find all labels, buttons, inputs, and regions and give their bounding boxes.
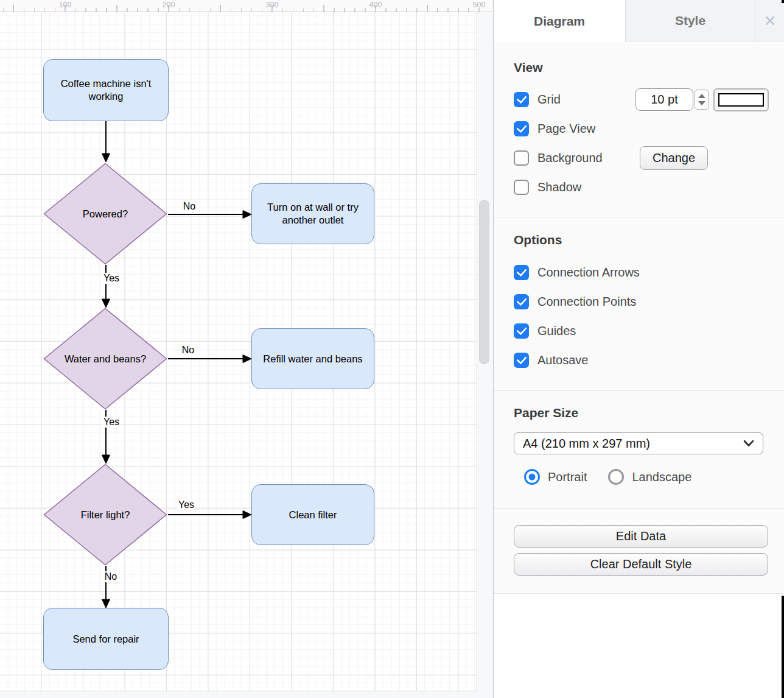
guides-checkbox[interactable] bbox=[514, 323, 529, 339]
node-start[interactable]: Coffee machine isn't working bbox=[43, 59, 169, 121]
close-panel-button[interactable]: ✕ bbox=[755, 0, 784, 41]
autosave-label: Autosave bbox=[537, 353, 588, 367]
shadow-label: Shadow bbox=[537, 180, 581, 194]
clear-default-style-button[interactable]: Clear Default Style bbox=[514, 553, 768, 576]
tab-label: Diagram bbox=[534, 14, 585, 29]
connection-arrows-checkbox[interactable] bbox=[514, 265, 529, 280]
paper-size-heading: Paper Size bbox=[514, 406, 578, 420]
connection-points-label: Connection Points bbox=[537, 295, 636, 309]
autosave-row[interactable]: Autosave bbox=[514, 352, 588, 368]
node-label: Clean filter bbox=[289, 509, 337, 521]
stepper-up-icon[interactable] bbox=[698, 94, 705, 98]
background-label: Background bbox=[537, 151, 603, 165]
grid-size-stepper[interactable] bbox=[695, 90, 709, 110]
diagram-canvas[interactable]: 100 200 300 400 500 bbox=[0, 0, 493, 698]
page-view-checkbox[interactable] bbox=[514, 121, 529, 136]
ruler-label: 300 bbox=[266, 1, 279, 9]
edge-label-yes[interactable]: Yes bbox=[102, 273, 121, 284]
grid-checkbox[interactable] bbox=[514, 92, 529, 107]
format-panel-tabs: Diagram Style ✕ bbox=[494, 0, 784, 41]
connection-arrows-row[interactable]: Connection Arrows bbox=[514, 264, 640, 280]
node-label: Send for repair bbox=[72, 633, 139, 646]
connection-points-checkbox[interactable] bbox=[514, 294, 529, 309]
node-powered-decision[interactable]: Powered? bbox=[43, 163, 167, 265]
section-divider bbox=[494, 508, 784, 509]
node-send-for-repair[interactable]: Send for repair bbox=[43, 608, 169, 670]
node-label: Turn on at wall or try another outlet bbox=[262, 201, 364, 226]
node-label: Coffee machine isn't working bbox=[54, 77, 158, 102]
portrait-radio[interactable] bbox=[524, 469, 540, 485]
panel-scrollbar[interactable] bbox=[782, 596, 784, 698]
connection-points-row[interactable]: Connection Points bbox=[514, 294, 636, 309]
shadow-checkbox[interactable] bbox=[514, 180, 529, 195]
node-label: Water and beans? bbox=[65, 353, 146, 365]
edge-label-yes[interactable]: Yes bbox=[177, 499, 195, 510]
node-filter-light-decision[interactable]: Filter light? bbox=[43, 464, 167, 566]
paper-size-select[interactable]: A4 (210 mm x 297 mm) bbox=[514, 432, 763, 454]
edge-label-yes[interactable]: Yes bbox=[102, 417, 121, 428]
panel-bottom-area bbox=[494, 594, 784, 698]
grid-label: Grid bbox=[537, 93, 561, 107]
close-icon: ✕ bbox=[764, 12, 777, 30]
section-divider bbox=[494, 217, 784, 217]
edit-data-button[interactable]: Edit Data bbox=[514, 525, 768, 548]
background-checkbox-row[interactable]: Background bbox=[514, 150, 603, 166]
node-label: Filter light? bbox=[81, 509, 130, 521]
drawio-window: 100 200 300 400 500 bbox=[0, 0, 784, 698]
page-view-checkbox-row[interactable]: Page View bbox=[514, 121, 595, 136]
grid-color-swatch[interactable] bbox=[713, 88, 769, 111]
tab-style[interactable]: Style bbox=[626, 0, 755, 41]
node-clean-filter[interactable]: Clean filter bbox=[251, 484, 374, 545]
grid-color-preview bbox=[718, 93, 764, 107]
node-label: Refill water and beans bbox=[263, 353, 362, 365]
ruler-label: 100 bbox=[59, 1, 72, 9]
background-checkbox[interactable] bbox=[514, 150, 529, 166]
tab-diagram[interactable]: Diagram bbox=[494, 0, 626, 42]
view-heading: View bbox=[514, 60, 542, 75]
edge-label-no[interactable]: No bbox=[182, 201, 197, 212]
orientation-row: Portrait Landscape bbox=[524, 469, 691, 485]
tab-label: Style bbox=[675, 13, 705, 28]
panel-scrollbar-top bbox=[782, 0, 784, 3]
chevron-down-icon bbox=[743, 440, 754, 447]
edge-label-no[interactable]: No bbox=[103, 571, 118, 582]
format-panel: Diagram Style ✕ View Grid Page View bbox=[493, 0, 784, 698]
stepper-down-icon[interactable] bbox=[698, 101, 705, 105]
change-background-button[interactable]: Change bbox=[640, 146, 708, 170]
paper-size-value: A4 (210 mm x 297 mm) bbox=[523, 437, 650, 451]
ruler-label: 400 bbox=[369, 1, 382, 9]
ruler-label: 200 bbox=[163, 1, 175, 9]
ruler-label: 500 bbox=[473, 1, 486, 9]
node-turn-on-outlet[interactable]: Turn on at wall or try another outlet bbox=[251, 183, 374, 244]
guides-row[interactable]: Guides bbox=[514, 323, 576, 339]
node-label: Powered? bbox=[83, 208, 128, 220]
guides-label: Guides bbox=[537, 324, 576, 338]
shadow-checkbox-row[interactable]: Shadow bbox=[514, 179, 581, 195]
edge-label-no[interactable]: No bbox=[181, 345, 195, 356]
node-water-beans-decision[interactable]: Water and beans? bbox=[43, 308, 167, 410]
page-view-label: Page View bbox=[537, 122, 595, 136]
node-refill-water-beans[interactable]: Refill water and beans bbox=[251, 328, 374, 389]
autosave-checkbox[interactable] bbox=[514, 353, 529, 368]
horizontal-ruler: 100 200 300 400 500 bbox=[0, 0, 492, 12]
grid-checkbox-row[interactable]: Grid bbox=[514, 91, 561, 107]
landscape-radio[interactable] bbox=[608, 469, 624, 485]
grid-size-input[interactable] bbox=[635, 88, 693, 111]
connection-arrows-label: Connection Arrows bbox=[537, 266, 640, 280]
options-heading: Options bbox=[514, 233, 562, 247]
landscape-label: Landscape bbox=[632, 470, 691, 484]
section-divider bbox=[494, 390, 784, 391]
portrait-label: Portrait bbox=[548, 470, 587, 484]
canvas-vertical-scrollbar[interactable] bbox=[479, 200, 489, 364]
